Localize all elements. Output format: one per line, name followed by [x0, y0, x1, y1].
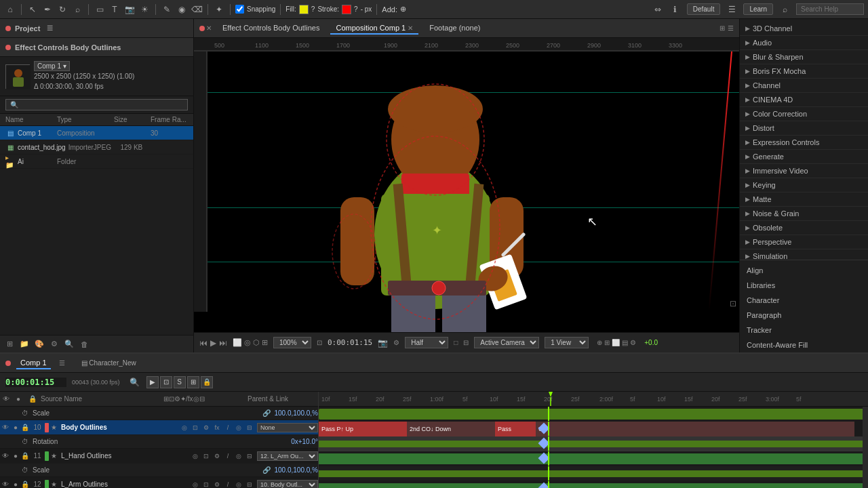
- effect-boris-header[interactable]: ▶ Boris FX Mocha: [740, 64, 868, 78]
- layer-11-solo[interactable]: ●: [11, 452, 20, 460]
- panel-item-tracker[interactable]: Tracker: [740, 323, 868, 338]
- folder-tool-icon[interactable]: 📁: [19, 339, 30, 350]
- sw-solo-12[interactable]: ◎: [191, 480, 200, 489]
- panel-item-character[interactable]: Character: [740, 293, 868, 308]
- layer-item-12[interactable]: 👁 ● 🔒 12 ★ L_Arm Outlines ◎ ⊡ ⚙ / ◎ ⊟ 10…: [0, 477, 318, 488]
- layer-10-star[interactable]: ★: [49, 424, 58, 431]
- layer-10-eye[interactable]: 👁: [0, 424, 11, 431]
- play-fwd-icon[interactable]: ⏭: [219, 338, 227, 348]
- render-icon[interactable]: ◎: [244, 338, 251, 347]
- effect-perspective-header[interactable]: ▶ Perspective: [740, 235, 868, 249]
- workspace-icon[interactable]: ☰: [726, 3, 738, 16]
- play-back-icon[interactable]: ⏮: [199, 338, 208, 348]
- zoom-select[interactable]: 100% 50% 200%: [273, 337, 311, 348]
- effect-generate-header[interactable]: ▶ Generate: [740, 150, 868, 163]
- fit-icon[interactable]: ⊡: [317, 339, 322, 346]
- effect-cinema4d-header[interactable]: ▶ CINEMA 4D: [740, 93, 868, 106]
- viewer-close[interactable]: ✕: [206, 24, 212, 32]
- grid-icon[interactable]: ⊞: [262, 338, 268, 347]
- expand-icon[interactable]: ⇔: [652, 3, 664, 16]
- tc-lock-btn[interactable]: 🔒: [201, 376, 213, 388]
- effect-keying-header[interactable]: ▶ Keying: [740, 178, 868, 192]
- overlay-icon[interactable]: ⊕: [597, 339, 602, 346]
- zoom-icon[interactable]: ⌕: [71, 3, 83, 16]
- effect-color-header[interactable]: ▶ Color Correction: [740, 107, 868, 121]
- layer-item-10[interactable]: 👁 ● 🔒 10 ★ Body Outlines ◎ ⊡ ⚙ fx / ◎ ⊟ …: [0, 420, 318, 435]
- camera-select[interactable]: Active Camera: [474, 337, 539, 348]
- timeline-menu[interactable]: ☰: [59, 359, 65, 367]
- layer-11-lock[interactable]: 🔒: [20, 452, 30, 460]
- stopwatch-scale-1[interactable]: ⏱: [22, 466, 28, 474]
- sw-quality-12[interactable]: ⚙: [212, 480, 222, 489]
- project-menu-icon[interactable]: ☰: [47, 24, 53, 32]
- layer-item-11[interactable]: 👁 ● 🔒 11 ★ L_Hand Outlines ◎ ⊡ ⚙ / ◎ ⊟ 1…: [0, 449, 318, 464]
- effect-channel-header[interactable]: ▶ Channel: [740, 79, 868, 92]
- layer-12-solo[interactable]: ●: [11, 481, 20, 488]
- effect-3dchannel-header[interactable]: ▶ 3D Channel: [740, 22, 868, 35]
- snapping-checkbox[interactable]: [235, 5, 244, 14]
- sw-blur-12[interactable]: ◎: [234, 480, 243, 489]
- alpha-icon[interactable]: ⬡: [253, 338, 260, 347]
- sw-quality-11[interactable]: ⚙: [212, 451, 222, 461]
- adjust-tool-icon[interactable]: ⚙: [49, 339, 60, 350]
- info-icon[interactable]: ℹ: [669, 3, 682, 16]
- panel-item-paragraph[interactable]: Paragraph: [740, 308, 868, 323]
- preview-icon[interactable]: ⚙: [393, 339, 399, 346]
- layer-12-lock[interactable]: 🔒: [20, 481, 30, 488]
- search-tool-icon[interactable]: 🔍: [64, 339, 75, 350]
- sw-3d-12[interactable]: ⊟: [245, 480, 254, 489]
- layer-12-eye[interactable]: 👁: [0, 481, 11, 488]
- file-item-jpg[interactable]: ▦ contact_hod.jpg ImporterJPEG 129 KB: [0, 140, 193, 155]
- sw-3d-11[interactable]: ⊟: [245, 451, 254, 461]
- effect-blur-header[interactable]: ▶ Blur & Sharpen: [740, 50, 868, 64]
- layer-12-parent[interactable]: 10. Body Outl...: [257, 480, 318, 489]
- tab-comp-close[interactable]: ✕: [408, 24, 413, 32]
- panel-item-align[interactable]: Align: [740, 263, 868, 278]
- shape-icon[interactable]: ▭: [94, 3, 106, 16]
- view-select[interactable]: 1 View 2 Views: [545, 337, 589, 348]
- puppet-icon[interactable]: ✦: [213, 3, 225, 16]
- camera-icon[interactable]: 📷: [123, 3, 136, 16]
- sw-collapse-11[interactable]: ⊡: [201, 451, 211, 461]
- light-icon[interactable]: ☀: [138, 3, 151, 16]
- brush-icon[interactable]: ✎: [161, 3, 173, 16]
- sw-collapse-10[interactable]: ⊡: [191, 423, 200, 432]
- sw-blur-11[interactable]: ◎: [234, 451, 243, 461]
- search-help-input[interactable]: [796, 3, 864, 15]
- sw-3d-10[interactable]: ⊟: [245, 423, 254, 432]
- sw-solo-10[interactable]: ◎: [180, 423, 189, 432]
- select-icon[interactable]: ↖: [26, 3, 39, 16]
- camera-icon-btn[interactable]: 📷: [378, 338, 388, 348]
- viewer-icon2[interactable]: ⊟: [463, 339, 469, 346]
- tab-composition[interactable]: Composition Comp 1 ✕: [330, 22, 418, 35]
- comp-selector-btn[interactable]: Comp 1 ▾: [34, 61, 70, 71]
- sw-pen-10[interactable]: /: [223, 423, 233, 432]
- timeline-timecode-input[interactable]: [5, 378, 66, 387]
- output-icon[interactable]: ▤: [622, 339, 628, 346]
- tc-roto-btn[interactable]: ⊞: [187, 376, 199, 388]
- timeline-tab-comp1[interactable]: Comp 1: [16, 357, 51, 369]
- layer-10-parent[interactable]: None: [257, 423, 318, 432]
- effect-obsolete-header[interactable]: ▶ Obsolete: [740, 221, 868, 235]
- search-toolbar-icon[interactable]: ⌕: [778, 3, 791, 16]
- pen-icon[interactable]: ✒: [41, 3, 54, 16]
- effect-audio-header[interactable]: ▶ Audio: [740, 36, 868, 49]
- eraser-icon[interactable]: ⌫: [191, 3, 203, 16]
- sw-effect-10[interactable]: fx: [212, 423, 222, 432]
- new-comp-icon[interactable]: ⊞: [4, 339, 15, 350]
- default-button[interactable]: Default: [687, 3, 721, 15]
- tc-snap-btn[interactable]: ⊡: [160, 376, 172, 388]
- home-icon[interactable]: ⌂: [4, 3, 16, 16]
- fill-color-box[interactable]: [299, 5, 309, 14]
- sw-pen-12[interactable]: /: [223, 480, 233, 489]
- layer-10-lock[interactable]: 🔒: [20, 424, 30, 431]
- panel-item-libraries[interactable]: Libraries: [740, 278, 868, 293]
- timeline-search-icon[interactable]: 🔍: [130, 378, 140, 387]
- effect-noise-header[interactable]: ▶ Noise & Grain: [740, 207, 868, 220]
- effect-simulation-header[interactable]: ▶ Simulation: [740, 249, 868, 260]
- effect-matte-header[interactable]: ▶ Matte: [740, 192, 868, 206]
- file-item-comp1[interactable]: ▤ Comp 1 Composition 30: [0, 126, 193, 140]
- file-item-ai[interactable]: ▸ 📁 Ai Folder: [0, 155, 193, 169]
- tab-footage[interactable]: Footage (none): [424, 22, 486, 35]
- play-icon[interactable]: ▶: [210, 338, 216, 348]
